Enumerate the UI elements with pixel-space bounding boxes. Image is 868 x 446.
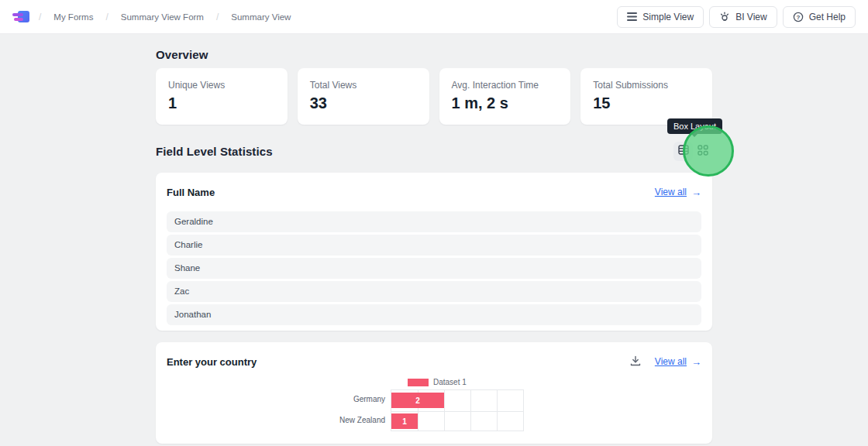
stat-value: 33 xyxy=(310,94,417,112)
chart-plot-area: 2 1 xyxy=(391,389,524,431)
box-layout-tooltip: Box Layout xyxy=(667,118,722,134)
gridline xyxy=(470,390,471,431)
arrow-right-icon: → xyxy=(691,356,701,368)
stat-card-avg-interaction-time: Avg. Interaction Time 1 m, 2 s xyxy=(439,68,571,125)
app-logo-icon[interactable] xyxy=(12,10,29,24)
help-icon: ? xyxy=(793,12,804,22)
field-level-statistics-title: Field Level Statistics xyxy=(156,145,273,158)
category-label-germany: Germany xyxy=(308,395,385,403)
svg-text:?: ? xyxy=(796,13,800,20)
box-layout-button[interactable] xyxy=(693,142,712,161)
full-name-card: Full Name View all → Geraldine Charlie S… xyxy=(156,173,712,331)
box-layout-icon xyxy=(698,145,708,158)
country-card: Enter your country View all → Da xyxy=(156,342,712,444)
list-layout-button[interactable] xyxy=(673,142,693,161)
bar-germany[interactable]: 2 xyxy=(391,393,444,408)
gridline xyxy=(391,411,523,412)
country-bar-chart: Dataset 1 Germany New Zealand 2 1 xyxy=(167,376,701,444)
logo-bar xyxy=(12,13,23,16)
full-name-card-title: Full Name xyxy=(167,187,215,198)
bar-value-label: 1 xyxy=(402,417,407,426)
list-item: Geraldine xyxy=(167,211,701,232)
country-card-title: Enter your country xyxy=(167,356,257,368)
stat-value: 1 m, 2 s xyxy=(452,94,559,112)
download-icon xyxy=(630,355,641,369)
bulb-icon xyxy=(719,12,730,22)
category-label-new-zealand: New Zealand xyxy=(308,416,385,424)
breadcrumb-my-forms[interactable]: My Forms xyxy=(53,12,93,22)
breadcrumb-separator: / xyxy=(39,12,41,22)
stat-label: Total Submissions xyxy=(593,80,700,91)
view-all-label: View all xyxy=(655,356,687,367)
stat-value: 15 xyxy=(593,94,700,112)
list-item: Zac xyxy=(167,281,701,302)
list-layout-icon xyxy=(678,145,689,157)
simple-view-label: Simple View xyxy=(642,12,694,22)
stat-label: Total Views xyxy=(310,80,417,91)
stat-card-total-submissions: Total Submissions 15 xyxy=(580,68,712,125)
gridline xyxy=(444,390,445,431)
breadcrumb-separator: / xyxy=(105,12,108,22)
stat-card-unique-views: Unique Views 1 xyxy=(156,68,288,125)
stat-label: Avg. Interaction Time xyxy=(452,80,559,91)
legend-label: Dataset 1 xyxy=(433,378,467,386)
topbar: / My Forms / Summary View Form / Summary… xyxy=(0,0,868,34)
breadcrumb-separator: / xyxy=(216,12,219,22)
logo-bar xyxy=(14,18,23,21)
layout-toggle-group xyxy=(673,142,712,161)
list-item: Jonathan xyxy=(167,304,701,325)
simple-view-button[interactable]: Simple View xyxy=(617,6,704,28)
menu-icon xyxy=(627,12,637,21)
list-item: Charlie xyxy=(167,235,701,256)
stat-value: 1 xyxy=(168,94,275,112)
legend-swatch xyxy=(408,379,429,386)
bi-view-button[interactable]: BI View xyxy=(709,6,777,28)
stat-card-total-views: Total Views 33 xyxy=(298,68,429,125)
chart-legend[interactable]: Dataset 1 xyxy=(408,378,467,386)
topbar-actions: Simple View BI View ? Get Help xyxy=(617,6,856,28)
get-help-button[interactable]: ? Get Help xyxy=(783,6,856,28)
overview-title: Overview xyxy=(156,34,712,61)
list-item: Shane xyxy=(167,258,701,279)
field-level-statistics-header: Field Level Statistics Box Layout xyxy=(156,141,712,161)
full-name-entries: Geraldine Charlie Shane Zac Jonathan xyxy=(167,211,701,325)
full-name-view-all-link[interactable]: View all → xyxy=(655,187,701,198)
breadcrumb: / My Forms / Summary View Form / Summary… xyxy=(39,12,291,22)
breadcrumb-summary-view-form[interactable]: Summary View Form xyxy=(121,12,204,22)
breadcrumb-summary-view[interactable]: Summary View xyxy=(231,12,291,22)
get-help-label: Get Help xyxy=(809,12,846,22)
bi-view-label: BI View xyxy=(735,12,766,22)
stat-label: Unique Views xyxy=(168,80,275,91)
download-chart-button[interactable] xyxy=(630,355,641,369)
overview-stats: Unique Views 1 Total Views 33 Avg. Inter… xyxy=(156,68,712,125)
view-all-label: View all xyxy=(655,187,687,197)
bar-new-zealand[interactable]: 1 xyxy=(391,413,418,429)
gridline xyxy=(497,390,498,431)
arrow-right-icon: → xyxy=(691,187,701,198)
bar-value-label: 2 xyxy=(415,396,420,405)
country-view-all-link[interactable]: View all → xyxy=(655,356,701,368)
